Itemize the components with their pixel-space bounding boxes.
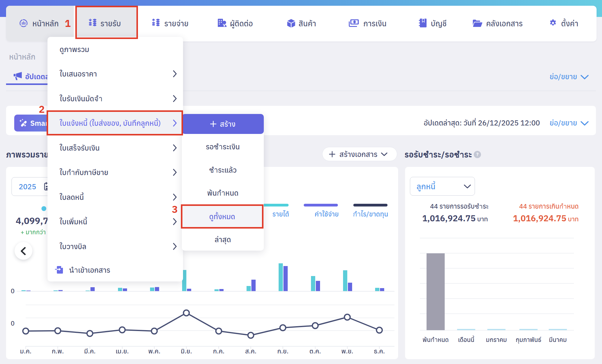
svg-text:0: 0 <box>11 287 15 295</box>
svg-text:0: 0 <box>11 319 15 327</box>
